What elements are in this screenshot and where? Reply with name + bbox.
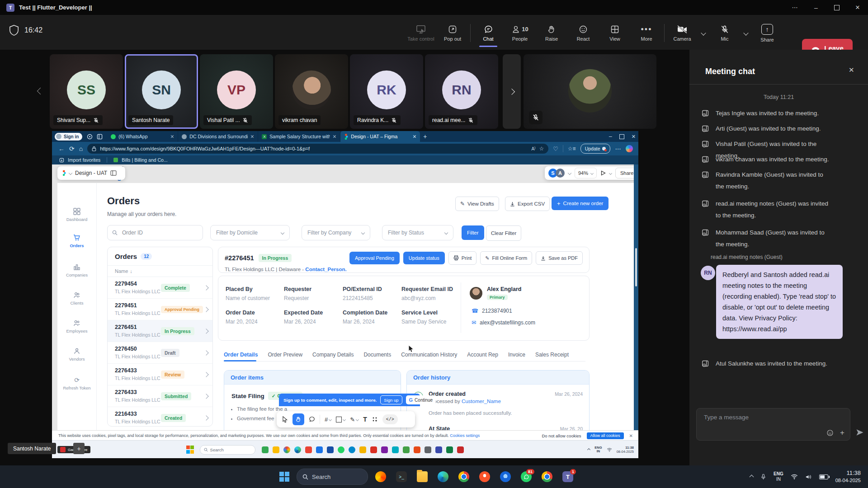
browser-tab[interactable]: (6) WhatsApp ✕ <box>107 131 178 142</box>
order-row[interactable]: 2276450TL Flex Holdings LLC Draft <box>108 342 212 364</box>
tray-expand-icon[interactable] <box>750 474 754 479</box>
approval-pending-button[interactable]: Approval Pending <box>349 252 400 264</box>
clock[interactable]: 11:38 08-04-2025 <box>835 469 861 484</box>
taskbar-search[interactable]: Search <box>297 469 368 485</box>
tab-invoice[interactable]: Invoice <box>508 352 525 358</box>
chat-message-bubble[interactable]: Redberyl and Santosh added read.ai meeti… <box>716 265 843 339</box>
tray-volume-icon[interactable] <box>805 474 812 480</box>
copilot-icon[interactable] <box>626 145 633 152</box>
more-button[interactable]: ••• More <box>632 19 660 47</box>
camera-options-chevron-icon[interactable] <box>701 30 706 35</box>
browser-tab-active[interactable]: Design - UAT – Figma ✕ <box>340 131 420 142</box>
terminal-icon[interactable]: >_ <box>396 471 407 482</box>
window-close-icon[interactable]: ✕ <box>847 0 868 15</box>
tab-close-icon[interactable]: ✕ <box>250 134 255 139</box>
camera-button[interactable]: Camera <box>668 19 696 47</box>
browser-signin-button[interactable]: Sign in <box>55 133 82 141</box>
url-field[interactable]: https://www.figma.com/design/9BKQ0FOHRWa… <box>87 144 548 154</box>
browser-tab[interactable]: X Sample Salary Structure with calc ✕ <box>258 131 340 142</box>
window-maximize-icon[interactable] <box>826 0 847 15</box>
presenter-app-icons[interactable] <box>262 446 464 453</box>
favorite-star-icon[interactable]: ☆ <box>539 145 544 152</box>
read-aloud-icon[interactable]: A) <box>531 146 535 151</box>
mic-button[interactable]: Mic <box>711 19 739 47</box>
participant-tile-active-speaker[interactable]: SN Santosh Narate <box>125 54 198 129</box>
present-chevron-icon[interactable] <box>609 171 612 174</box>
dev-mode-toggle[interactable]: </> <box>382 414 398 424</box>
chat-input-box[interactable]: + <box>696 408 850 441</box>
emoji-icon[interactable] <box>826 429 834 436</box>
name-tag-add-button[interactable]: + <box>73 443 85 454</box>
scrollbar-thumb[interactable] <box>635 248 637 286</box>
contact-phone[interactable]: 2123874901 <box>482 308 512 314</box>
people-button[interactable]: 10 People <box>506 19 534 47</box>
bookmark-import-favorites[interactable]: Import favorites <box>68 157 100 163</box>
new-tab-icon[interactable]: + <box>420 131 430 141</box>
layout-panel-icon[interactable] <box>110 170 117 176</box>
tray-wifi-icon[interactable] <box>607 448 612 452</box>
filter-button[interactable]: Filter <box>462 225 484 240</box>
order-row[interactable]: 2279451TL Flex Holdings LLC Approval Pen… <box>108 299 212 320</box>
actions-tool-icon[interactable] <box>372 416 378 422</box>
pen-tool[interactable]: ✎ <box>350 416 359 423</box>
presenter-search[interactable]: Search <box>200 445 255 455</box>
contact-person-link[interactable]: Contact_Person. <box>305 267 346 272</box>
language-indicator[interactable]: ENGIN <box>774 471 783 482</box>
present-play-icon[interactable] <box>600 170 606 176</box>
chrome-profile-icon[interactable] <box>542 471 552 482</box>
hand-tool-active[interactable] <box>292 413 304 425</box>
sort-desc-icon[interactable]: ↓ <box>130 268 132 274</box>
vertical-tabs-icon[interactable] <box>97 134 103 140</box>
home-icon[interactable]: ⌂ <box>79 145 83 152</box>
collaborators-chevron-icon[interactable] <box>568 171 571 175</box>
browser-close-icon[interactable]: ✕ <box>632 134 636 140</box>
filter-status-select[interactable]: Filter by Status <box>382 225 453 240</box>
tab-sales-receipt[interactable]: Sales Receipt <box>535 352 569 358</box>
select-tool-icon[interactable] <box>282 416 288 423</box>
participant-tile[interactable]: RN read.ai mee... <box>425 54 498 129</box>
tab-communication-history[interactable]: Communication History <box>401 352 457 358</box>
fill-online-form-button[interactable]: ✎ Fill Online Form <box>480 251 532 265</box>
favorites-list-icon[interactable]: ☆≡ <box>568 145 576 152</box>
tab-order-preview[interactable]: Order Preview <box>268 352 302 358</box>
save-as-pdf-button[interactable]: Save as PDF <box>536 251 583 265</box>
file-menu-chevron-icon[interactable] <box>69 171 72 175</box>
order-row[interactable]: 2276433TL Flex Holdings LLC Review <box>108 364 212 385</box>
bookmark-bills[interactable]: Bills | Billing and Co... <box>122 157 167 163</box>
chat-input[interactable] <box>703 413 840 431</box>
zoom-control[interactable]: 94% <box>575 168 597 178</box>
react-button[interactable]: React <box>569 19 597 47</box>
mic-options-chevron-icon[interactable] <box>743 30 748 35</box>
sidebar-item-employees[interactable]: Employees <box>57 319 96 333</box>
chat-close-icon[interactable]: ✕ <box>849 66 854 74</box>
start-button[interactable] <box>277 469 292 484</box>
customer-name-link[interactable]: Customer_Name <box>462 399 501 404</box>
order-id-input[interactable] <box>121 229 191 236</box>
order-row-selected[interactable]: 2276451TL Flex Holdings LLC In Progress <box>108 320 212 342</box>
spotlight-tile[interactable] <box>524 54 656 129</box>
comment-tool-icon[interactable] <box>309 416 315 422</box>
order-row[interactable]: 2276433TL Flex Holdings LLC Submitted <box>108 385 212 407</box>
text-tool[interactable]: T <box>363 416 367 423</box>
tiles-scroll-left-icon[interactable] <box>37 88 44 95</box>
back-icon[interactable]: ← <box>58 145 65 152</box>
browser-settings-icon[interactable]: ⋯ <box>615 145 621 152</box>
sidebar-item-orders[interactable]: Orders <box>57 234 96 248</box>
participant-tile[interactable]: SS Shivani Sup... <box>50 54 123 129</box>
pop-out-button[interactable]: Pop out <box>439 19 467 47</box>
tray-wifi-icon[interactable] <box>791 474 798 479</box>
tray-expand-icon[interactable] <box>587 448 590 451</box>
share-button[interactable]: ↑ Share <box>753 19 781 47</box>
sidebar-item-dashboard[interactable]: Dashboard <box>57 208 96 222</box>
participant-tile[interactable]: VP Vishal Patil ... <box>200 54 273 129</box>
cookie-close-icon[interactable]: ✕ <box>629 433 633 438</box>
tray-mic-icon[interactable] <box>760 474 766 480</box>
brave-icon[interactable] <box>479 471 490 482</box>
tab-account-rep[interactable]: Account Rep <box>467 352 498 358</box>
update-status-button[interactable]: Update status <box>403 252 445 264</box>
window-minimize-icon[interactable]: – <box>806 0 826 15</box>
whatsapp-icon[interactable]: 81 <box>521 471 532 482</box>
order-id-search[interactable] <box>107 225 203 240</box>
edge-icon[interactable] <box>438 471 448 482</box>
chrome-icon[interactable] <box>458 471 469 482</box>
